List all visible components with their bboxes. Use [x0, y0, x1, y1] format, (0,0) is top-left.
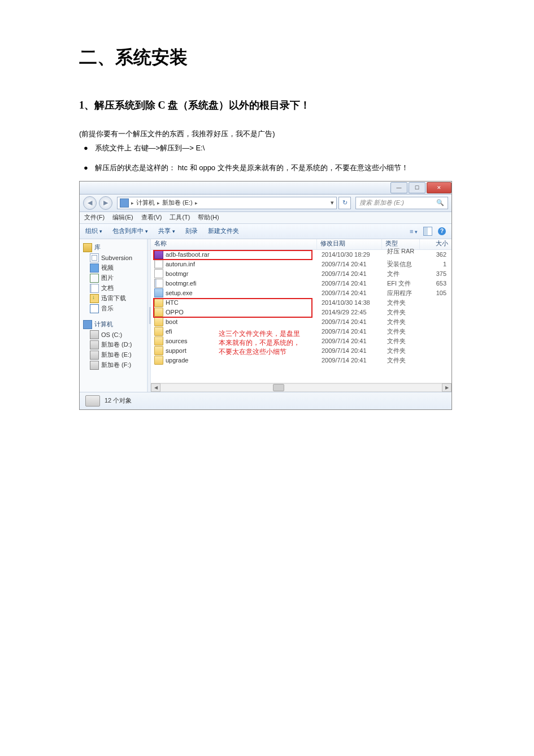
menu-view[interactable]: 查看(V) — [141, 213, 162, 222]
sidebar-item[interactable]: 迅雷下载 — [83, 293, 147, 304]
file-date: 2009/7/14 20:41 — [318, 357, 384, 364]
status-text: 12 个对象 — [105, 396, 132, 405]
maximize-button[interactable]: ☐ — [409, 182, 426, 193]
file-row[interactable]: HTC2014/10/30 14:38文件夹 — [151, 298, 451, 308]
sidebar-item[interactable]: Subversion — [83, 253, 147, 263]
file-size: 362 — [421, 251, 450, 258]
drive-icon — [90, 361, 99, 370]
file-icon — [154, 288, 163, 297]
file-date: 2009/7/14 20:41 — [318, 270, 384, 277]
file-row[interactable]: OPPO2014/9/29 22:45文件夹 — [151, 308, 451, 317]
file-type: 文件 — [384, 270, 421, 278]
chevron-right-icon: ▸ — [195, 200, 198, 206]
scroll-thumb[interactable] — [273, 384, 284, 391]
file-date: 2009/7/14 20:41 — [318, 261, 384, 267]
file-icon — [154, 260, 163, 269]
folder-icon — [90, 294, 99, 303]
file-type: 安装信息 — [384, 260, 421, 269]
file-name: efi — [166, 328, 172, 335]
address-bar[interactable]: ▸ 计算机 ▸ 新加卷 (E:) ▸ ▾ — [117, 197, 337, 209]
close-button[interactable]: ✕ — [427, 182, 451, 193]
file-size: 105 — [421, 290, 450, 296]
file-name: setup.exe — [166, 290, 193, 296]
doc-note: (前提你要有一个解压文件的东西，我推荐好压，我不是广告) — [79, 129, 455, 139]
sidebar-item[interactable]: 新加卷 (E:) — [83, 350, 147, 360]
preview-pane-button[interactable] — [423, 227, 432, 236]
file-row[interactable]: boot2009/7/14 20:41文件夹 — [151, 317, 451, 327]
file-name: bootmgr — [166, 270, 188, 277]
file-row[interactable]: setup.exe2009/7/14 20:41应用程序105 — [151, 288, 451, 298]
menu-file[interactable]: 文件(F) — [84, 213, 105, 222]
file-row[interactable]: adb-fastboot.rar2014/10/30 18:29好压 RAR .… — [151, 250, 451, 260]
burn-button[interactable]: 刻录 — [185, 227, 198, 235]
column-date[interactable]: 修改日期 — [317, 239, 383, 249]
sidebar-libraries[interactable]: 库 — [83, 243, 147, 253]
sidebar-item-label: OS (C:) — [101, 331, 122, 338]
file-date: 2014/9/29 22:45 — [318, 309, 384, 316]
file-row[interactable]: bootmgr.efi2009/7/14 20:41EFI 文件653 — [151, 279, 451, 288]
folder-icon — [90, 253, 99, 262]
file-list: 名称 修改日期 类型 大小 这三个文件文件夹，是盘里 本来就有的，不是系统的， … — [151, 239, 451, 392]
scroll-track[interactable] — [160, 383, 442, 392]
sidebar-item[interactable]: 文档 — [83, 283, 147, 293]
menu-help[interactable]: 帮助(H) — [198, 213, 219, 222]
view-options-button[interactable]: ≡ — [410, 228, 418, 235]
drive-icon — [90, 330, 99, 339]
breadcrumb-computer[interactable]: 计算机 — [136, 198, 155, 207]
breadcrumb-drive[interactable]: 新加卷 (E:) — [162, 198, 193, 207]
column-name[interactable]: 名称 — [151, 239, 317, 249]
sidebar-item[interactable]: 图片 — [83, 273, 147, 283]
forward-button[interactable]: ▶ — [99, 196, 112, 210]
doc-subheading: 1、解压系统到除 C 盘（系统盘）以外的根目录下！ — [79, 98, 455, 112]
new-folder-button[interactable]: 新建文件夹 — [208, 227, 239, 235]
menu-tools[interactable]: 工具(T) — [170, 213, 190, 222]
file-icon — [154, 250, 163, 259]
file-name: adb-fastboot.rar — [166, 251, 210, 258]
sidebar-item-label: 新加卷 (E:) — [101, 351, 132, 359]
file-name: OPPO — [166, 309, 184, 316]
sidebar-item-label: 新加卷 (D:) — [101, 340, 132, 349]
sidebar-computer[interactable]: 计算机 — [83, 319, 147, 330]
share-menu[interactable]: 共享 — [158, 227, 175, 235]
sidebar-item[interactable]: OS (C:) — [83, 330, 147, 340]
file-date: 2009/7/14 20:41 — [318, 280, 384, 287]
menu-edit[interactable]: 编辑(E) — [112, 213, 133, 222]
file-row[interactable]: autorun.inf2009/7/14 20:41安装信息1 — [151, 260, 451, 269]
search-placeholder: 搜索 新加卷 (E:) — [359, 198, 404, 207]
folder-icon — [90, 304, 99, 313]
sidebar-item-label: 图片 — [101, 274, 114, 282]
column-size[interactable]: 大小 — [420, 239, 451, 249]
file-row[interactable]: upgrade2009/7/14 20:41文件夹 — [151, 356, 451, 365]
minimize-button[interactable]: — — [390, 182, 407, 193]
sidebar-label: 库 — [94, 243, 101, 252]
include-library-menu[interactable]: 包含到库中 — [112, 227, 148, 235]
file-row[interactable]: support2009/7/14 20:41文件夹 — [151, 346, 451, 356]
file-icon — [154, 308, 163, 317]
search-input[interactable]: 搜索 新加卷 (E:) 🔍 — [355, 197, 448, 209]
file-type: 文件夹 — [384, 356, 421, 365]
toolbar: 组织 包含到库中 共享 刻录 新建文件夹 ≡ ? — [80, 224, 451, 239]
folder-icon — [90, 274, 99, 283]
file-date: 2009/7/14 20:41 — [318, 328, 384, 335]
file-icon — [154, 327, 163, 336]
sidebar-item[interactable]: 视频 — [83, 263, 147, 273]
file-name: autorun.inf — [166, 261, 195, 267]
sidebar-item[interactable]: 新加卷 (D:) — [83, 340, 147, 350]
organize-menu[interactable]: 组织 — [85, 227, 102, 235]
help-icon[interactable]: ? — [438, 227, 446, 235]
sidebar-item-label: 音乐 — [101, 304, 114, 313]
refresh-button[interactable]: ↻ — [338, 197, 351, 209]
back-button[interactable]: ◀ — [83, 196, 97, 210]
scroll-left-icon[interactable]: ◀ — [151, 383, 160, 392]
drive-icon — [85, 395, 100, 407]
file-row[interactable]: bootmgr2009/7/14 20:41文件375 — [151, 269, 451, 279]
horizontal-scrollbar[interactable]: ◀ ▶ — [151, 383, 451, 392]
sidebar-item[interactable]: 音乐 — [83, 304, 147, 314]
scroll-right-icon[interactable]: ▶ — [442, 383, 451, 392]
dropdown-icon[interactable]: ▾ — [331, 199, 334, 206]
sidebar-item[interactable]: 新加卷 (F:) — [83, 360, 147, 370]
sidebar-item-label: 新加卷 (F:) — [101, 361, 131, 369]
file-row[interactable]: sources2009/7/14 20:41文件夹 — [151, 336, 451, 346]
file-type: 文件夹 — [384, 337, 421, 345]
file-row[interactable]: efi2009/7/14 20:41文件夹 — [151, 327, 451, 336]
